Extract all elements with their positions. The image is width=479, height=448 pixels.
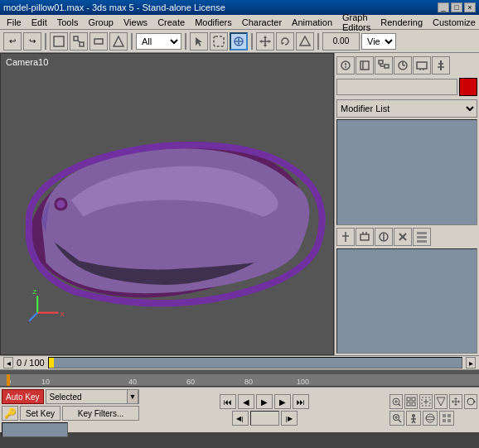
timeline-next-button[interactable]: ▸	[466, 357, 476, 369]
object-color-swatch[interactable]	[459, 78, 477, 96]
track-num-60: 60	[186, 378, 195, 386]
modifier-list-select[interactable]: Modifier List	[336, 99, 477, 118]
select-object-button[interactable]	[50, 32, 68, 51]
configure-modifier-button[interactable]	[413, 228, 431, 246]
autokey-row: Auto Key Selected ▼	[2, 389, 139, 404]
svg-marker-5	[114, 36, 123, 46]
undo-button[interactable]: ↩	[3, 32, 22, 51]
menu-graph-editors[interactable]: Graph Editors	[337, 11, 375, 34]
bind-button[interactable]	[109, 32, 128, 51]
close-button[interactable]: ×	[464, 2, 476, 12]
scale-button[interactable]	[296, 32, 314, 51]
field-of-view-button[interactable]	[434, 394, 448, 409]
menu-views[interactable]: Views	[119, 16, 152, 29]
svg-rect-6	[214, 36, 224, 46]
menu-character[interactable]: Character	[237, 16, 287, 29]
menu-group[interactable]: Group	[83, 16, 119, 29]
menu-animation[interactable]: Animation	[287, 16, 337, 29]
svg-rect-84	[448, 419, 451, 422]
trackbar: 0 10 40 60 80 100	[0, 370, 479, 387]
time-display: 0 / 100	[17, 358, 45, 368]
svg-rect-61	[407, 397, 410, 401]
key-icon: 🔑	[2, 406, 18, 421]
remove-modifier-button[interactable]	[394, 228, 412, 246]
menu-rendering[interactable]: Rendering	[375, 16, 428, 29]
next-frame-button[interactable]: ▶	[274, 394, 291, 409]
unlink-button[interactable]	[90, 32, 108, 51]
svg-rect-56	[417, 240, 427, 243]
object-name-input[interactable]	[336, 79, 457, 95]
orbit-button[interactable]	[423, 411, 438, 426]
frame-input[interactable]: 0	[250, 411, 279, 426]
menu-create[interactable]: Create	[152, 16, 190, 29]
goto-end-button[interactable]: ⏭	[293, 394, 309, 409]
menu-modifiers[interactable]: Modifiers	[190, 16, 237, 29]
zoom-extents-all-button[interactable]	[404, 394, 418, 409]
svg-rect-2	[80, 42, 84, 46]
modifier-tools-row	[336, 225, 477, 248]
timeline-prev-button[interactable]: ◂	[3, 357, 13, 369]
move-button[interactable]	[256, 32, 274, 51]
prev-frame-button[interactable]: ◀	[238, 394, 254, 409]
timeline-area: ◂ 0 / 100 ▸	[0, 355, 479, 370]
svg-point-74	[412, 414, 415, 417]
svg-rect-55	[417, 236, 427, 238]
goto-start-button[interactable]: ⏮	[220, 394, 236, 409]
svg-point-21	[56, 200, 65, 208]
show-end-result-button[interactable]	[356, 228, 374, 246]
view-select[interactable]: View World Local	[361, 33, 396, 50]
auto-key-button[interactable]: Auto Key	[2, 389, 44, 404]
svg-marker-13	[264, 45, 267, 47]
zoom-extents-button[interactable]	[389, 394, 403, 409]
mini-track-input[interactable]	[2, 422, 68, 437]
zoom-region-button[interactable]	[419, 394, 433, 409]
modifier-stack-listbox[interactable]	[336, 119, 477, 225]
panel-tab-hierarchy[interactable]	[375, 56, 393, 75]
svg-rect-47	[360, 234, 369, 240]
selection-filter-select[interactable]: All Geometry Lights Cameras	[136, 33, 181, 50]
menu-customize[interactable]: Customize	[428, 16, 479, 29]
coord-input: 0.00	[322, 32, 360, 51]
menu-tools[interactable]: Tools	[52, 16, 84, 29]
zoom-button[interactable]	[389, 411, 404, 426]
link-button[interactable]	[70, 32, 88, 51]
walk-through-button[interactable]	[406, 411, 421, 426]
nav-row-1	[389, 394, 477, 409]
pan-button[interactable]	[449, 394, 462, 409]
svg-line-3	[78, 41, 80, 42]
svg-rect-33	[385, 65, 389, 68]
timeline-track[interactable]	[48, 357, 462, 369]
play-button[interactable]: ▶	[256, 394, 273, 409]
panel-tab-display2[interactable]	[413, 56, 431, 75]
maximize-viewport-button[interactable]	[439, 411, 454, 426]
select-region-button[interactable]	[210, 32, 228, 51]
menu-file[interactable]: File	[2, 16, 27, 29]
selected-dropdown-button[interactable]: ▼	[127, 389, 138, 404]
minimize-button[interactable]: _	[438, 2, 449, 12]
timeline-marker	[49, 358, 54, 368]
pin-stack-button[interactable]	[336, 228, 355, 246]
svg-rect-62	[412, 397, 415, 401]
svg-rect-30	[360, 61, 369, 70]
svg-rect-4	[94, 39, 103, 44]
panel-tab-modify[interactable]	[356, 56, 374, 75]
svg-text:X: X	[60, 311, 65, 318]
panel-tab-motion[interactable]	[394, 56, 412, 75]
maximize-button[interactable]: □	[451, 2, 462, 12]
arc-rotate-button[interactable]	[464, 394, 477, 409]
transform-button[interactable]	[230, 32, 248, 51]
menu-edit[interactable]: Edit	[27, 16, 52, 29]
svg-rect-81	[443, 414, 446, 417]
viewport[interactable]: Camera10	[0, 53, 334, 355]
redo-button[interactable]: ↪	[23, 32, 41, 51]
panel-tab-display[interactable]	[336, 56, 355, 75]
panel-tab-utilities[interactable]	[432, 56, 450, 75]
rotate-button[interactable]	[276, 32, 294, 51]
key-filters-button[interactable]: Key Filters...	[62, 406, 139, 421]
prev-key-button[interactable]: ◀|	[232, 411, 249, 426]
select-tool-button[interactable]	[190, 32, 208, 51]
svg-line-78	[414, 421, 415, 423]
make-unique-button[interactable]	[375, 228, 393, 246]
next-key-button[interactable]: |▶	[281, 411, 298, 426]
set-key-button[interactable]: Set Key	[20, 406, 60, 421]
